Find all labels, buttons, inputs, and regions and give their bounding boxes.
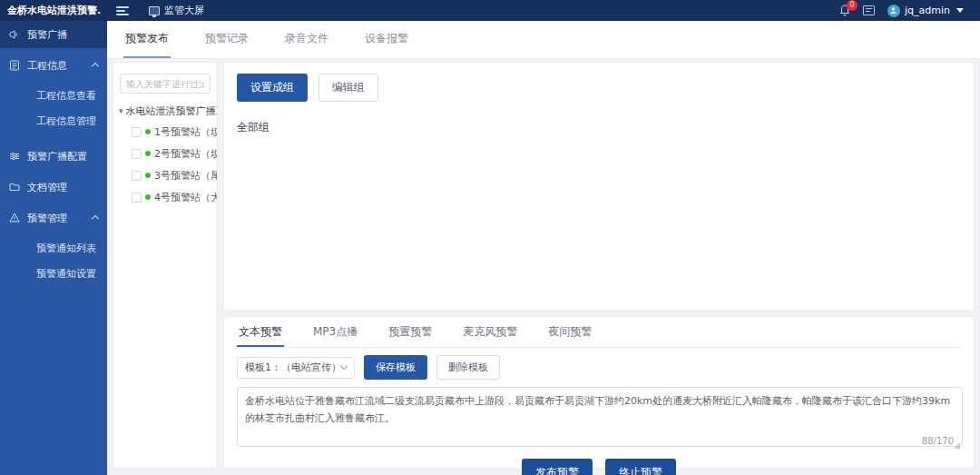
sidebar-item-label: 工程信息管理: [36, 114, 96, 128]
username: jq_admin: [905, 5, 950, 16]
tab-night-warning[interactable]: 夜间预警: [546, 317, 593, 347]
set-group-button[interactable]: 设置成组: [237, 74, 308, 102]
tab-mp3-play[interactable]: MP3点播: [311, 317, 359, 347]
sidebar-item-label: 预警通知列表: [36, 242, 96, 255]
document-icon: [9, 60, 20, 71]
topbar-right: 0 jq_admin: [839, 5, 980, 17]
sidebar-item-project-info[interactable]: 工程信息: [0, 52, 107, 79]
publish-warning-button[interactable]: 发布预警: [522, 459, 593, 475]
sidebar-item-project-info-manage[interactable]: 工程信息管理: [0, 108, 107, 134]
sidebar-item-warning-notice-list[interactable]: 预警通知列表: [0, 235, 107, 261]
online-status-dot: [145, 194, 151, 200]
station-tree-panel: ▾ 水电站泄洪预警广播系统 1号预警站（坝上 2号预警站（坝下 3号预警站（尾水: [113, 62, 218, 469]
all-groups-label: 全部组: [237, 120, 961, 135]
template-selected-value: 模板1：（电站宣传）: [245, 361, 341, 374]
tab-recording-files[interactable]: 录音文件: [283, 20, 330, 58]
tree-expand-icon[interactable]: ▾: [119, 106, 123, 115]
project-info-submenu: 工程信息查看 工程信息管理: [0, 79, 107, 139]
checkbox[interactable]: [132, 127, 142, 137]
monitor-icon: [149, 6, 160, 15]
delete-template-button[interactable]: 删除模板: [436, 355, 500, 380]
char-counter: 88/170: [918, 436, 954, 446]
chevron-up-icon: [92, 215, 99, 223]
notification-badge: 0: [847, 0, 858, 11]
station-label: 3号预警站（尾水: [154, 169, 217, 183]
chevron-down-icon: [956, 8, 964, 13]
tab-warning-publish[interactable]: 预警发布: [123, 20, 171, 58]
tab-device-alarms[interactable]: 设备报警: [363, 20, 410, 58]
sidebar-item-label: 文档管理: [27, 181, 67, 194]
warning-text-wrap: 金桥水电站位于雅鲁藏布江流域二级支流易贡藏布中上游段，易贡藏布于易贡湖下游约20…: [237, 387, 961, 450]
chevron-down-icon: [340, 362, 348, 370]
sidebar-item-doc-manage[interactable]: 文档管理: [0, 173, 107, 201]
online-status-dot: [145, 173, 151, 178]
user-menu[interactable]: jq_admin: [887, 5, 964, 17]
alert-icon: [9, 213, 20, 223]
checkbox[interactable]: [132, 171, 142, 181]
online-status-dot: [145, 151, 151, 156]
main-tabs: 预警发布 预警记录 录音文件 设备报警: [107, 21, 980, 59]
sidebar-item-project-info-view[interactable]: 工程信息查看: [0, 83, 107, 108]
sidebar-item-label: 预警广播: [27, 28, 67, 42]
sidebar-item-label: 工程信息查看: [36, 89, 96, 103]
template-row: 模板1：（电站宣传） 保存模板 删除模板: [237, 355, 961, 380]
tree-filter-input[interactable]: [120, 74, 211, 94]
top-bar: 金桥水电站泄洪预警... 监管大屏 0 jq_admin: [0, 0, 980, 21]
tab-mic-warning[interactable]: 麦克风预警: [461, 317, 519, 347]
menu-collapse-icon[interactable]: [116, 6, 129, 15]
chevron-up-icon: [92, 63, 99, 70]
layout-switch-icon[interactable]: [863, 5, 875, 15]
resize-handle-icon[interactable]: [954, 442, 960, 449]
sidebar-item-warning-notice-settings[interactable]: 预警通知设置: [0, 261, 107, 286]
sidebar-item-label: 预警广播配置: [27, 150, 87, 163]
folder-icon: [9, 182, 20, 193]
tree-node-station-1[interactable]: 1号预警站（坝上: [113, 121, 217, 143]
tree-root-node[interactable]: ▾ 水电站泄洪预警广播系统: [113, 101, 217, 121]
station-label: 4号预警站（大坝: [154, 191, 217, 204]
notification-bell-icon[interactable]: 0: [839, 5, 850, 16]
station-label: 2号预警站（坝下: [154, 147, 217, 161]
supervision-screen-label: 监管大屏: [164, 4, 204, 17]
warning-text-input[interactable]: 金桥水电站位于雅鲁藏布江流域二级支流易贡藏布中上游段，易贡藏布于易贡湖下游约20…: [237, 387, 963, 447]
edit-group-button[interactable]: 编辑组: [318, 74, 378, 102]
tree-node-station-4[interactable]: 4号预警站（大坝: [113, 186, 217, 208]
action-row: 发布预警 终止预警: [237, 459, 961, 475]
broadcast-panel: 文本预警 MP3点播 预置预警 麦克风预警 夜间预警 模板1：（电站宣传） 保存…: [223, 316, 975, 469]
app-window: 金桥水电站泄洪预警... 监管大屏 0 jq_admin: [0, 0, 980, 475]
sidebar-item-warning-broadcast[interactable]: 预警广播: [0, 21, 107, 48]
tree-node-station-2[interactable]: 2号预警站（坝下: [113, 143, 217, 164]
station-label: 1号预警站（坝上: [154, 125, 217, 139]
tab-preset-warning[interactable]: 预置预警: [387, 317, 434, 347]
logo-area: 金桥水电站泄洪预警...: [0, 0, 107, 21]
tree-root-label: 水电站泄洪预警广播系统: [126, 104, 217, 118]
sidebar-item-label: 预警通知设置: [36, 267, 96, 281]
tree-node-station-3[interactable]: 3号预警站（尾水: [113, 164, 217, 186]
app-title: 金桥水电站泄洪预警...: [7, 4, 102, 17]
group-panel: 设置成组 编辑组 全部组: [223, 62, 975, 311]
avatar: [887, 5, 900, 17]
sidebar-item-label: 预警管理: [27, 212, 67, 225]
broadcast-icon: [9, 29, 20, 40]
sidebar-item-broadcast-config[interactable]: 预警广播配置: [0, 143, 107, 170]
settings-icon: [9, 151, 20, 162]
sidebar-item-warning-manage[interactable]: 预警管理: [0, 204, 107, 232]
main-content: 预警发布 预警记录 录音文件 设备报警 ▾ 水电站泄洪预警广播系统 1号预警站（…: [107, 21, 980, 475]
sidebar: 预警广播 工程信息 工程信息查看 工程信息管理 预警广播配置 文档管理 预警管理: [0, 21, 107, 475]
checkbox[interactable]: [132, 149, 142, 159]
supervision-screen-link[interactable]: 监管大屏: [149, 4, 204, 17]
stop-warning-button[interactable]: 终止预警: [605, 459, 676, 475]
online-status-dot: [145, 129, 151, 134]
sidebar-item-label: 工程信息: [27, 59, 67, 73]
save-template-button[interactable]: 保存模板: [364, 355, 427, 380]
template-select[interactable]: 模板1：（电站宣传）: [237, 357, 355, 379]
broadcast-tabs: 文本预警 MP3点播 预置预警 麦克风预警 夜间预警: [237, 317, 961, 348]
checkbox[interactable]: [132, 193, 142, 203]
tab-text-warning[interactable]: 文本预警: [237, 317, 284, 347]
warning-manage-submenu: 预警通知列表 预警通知设置: [0, 232, 107, 292]
tab-warning-records[interactable]: 预警记录: [203, 20, 250, 58]
